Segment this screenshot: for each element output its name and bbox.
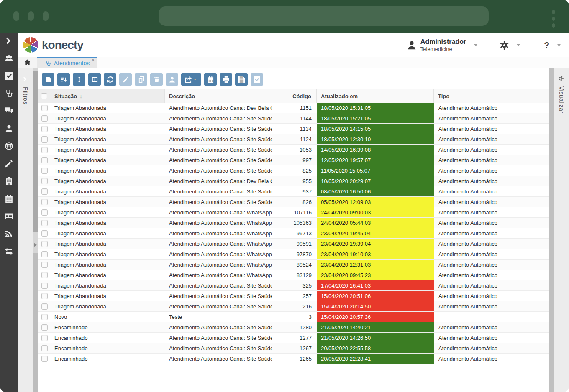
logo[interactable]: konecty xyxy=(23,37,83,53)
scrollbar-thumb[interactable] xyxy=(33,71,38,232)
table-row[interactable]: Triagem AbandonadaAtendimento Automático… xyxy=(38,103,549,113)
save-button[interactable] xyxy=(235,73,248,86)
right-scrollbar[interactable] xyxy=(549,68,554,392)
vertical-scrollbar[interactable] xyxy=(33,68,38,392)
row-checkbox[interactable] xyxy=(38,134,50,144)
tab-home[interactable] xyxy=(18,57,37,68)
settings-caret-icon[interactable] xyxy=(516,43,521,48)
window-controls[interactable] xyxy=(13,11,49,21)
nav-item-calendar[interactable] xyxy=(5,195,13,204)
row-checkbox[interactable] xyxy=(38,176,50,186)
table-row[interactable]: Triagem AbandonadaAtendimento Automático… xyxy=(38,280,549,291)
export-button[interactable] xyxy=(181,73,201,86)
user-menu-caret-icon[interactable] xyxy=(473,43,478,48)
new-button[interactable] xyxy=(42,73,54,86)
select-mode-button[interactable] xyxy=(251,73,263,86)
nav-item-chevron-right[interactable] xyxy=(5,37,13,46)
row-checkbox[interactable] xyxy=(38,291,50,301)
nav-item-user[interactable] xyxy=(5,125,13,134)
user-menu[interactable]: Administrador Telemedicine xyxy=(420,38,466,52)
table-row[interactable]: EncaminhadoAtendimento Automático Canal:… xyxy=(38,343,549,354)
print-button[interactable] xyxy=(220,73,232,86)
row-checkbox[interactable] xyxy=(38,333,50,343)
duplicate-button[interactable] xyxy=(135,73,147,86)
table-row[interactable]: Triagem AbandonadaAtendimento Automático… xyxy=(38,218,549,228)
table-row[interactable]: Triagem AbandonadaAtendimento Automático… xyxy=(38,228,549,239)
row-checkbox[interactable] xyxy=(38,301,50,311)
row-checkbox[interactable] xyxy=(38,113,50,123)
row-checkbox[interactable] xyxy=(38,103,50,113)
columns-button[interactable] xyxy=(88,73,101,86)
scrollbar-track[interactable] xyxy=(33,253,38,392)
row-checkbox[interactable] xyxy=(38,260,50,270)
chevron-right-icon[interactable] xyxy=(23,76,28,82)
nav-item-rss[interactable] xyxy=(5,230,13,239)
nav-item-users[interactable] xyxy=(5,54,13,64)
filters-panel[interactable]: Filtros xyxy=(18,68,33,392)
nav-item-comments[interactable] xyxy=(5,107,13,117)
row-checkbox[interactable] xyxy=(38,312,50,322)
row-checkbox[interactable] xyxy=(38,249,50,259)
panel-expand-arrow-icon[interactable] xyxy=(34,243,37,247)
nav-item-check-square[interactable] xyxy=(5,72,13,81)
window-control-dot[interactable] xyxy=(13,11,19,21)
row-checkbox[interactable] xyxy=(38,322,50,332)
row-checkbox[interactable] xyxy=(38,270,50,280)
row-checkbox[interactable] xyxy=(38,207,50,217)
help-button[interactable]: ? xyxy=(544,40,549,50)
sort-button[interactable] xyxy=(57,73,70,86)
column-header-situacao[interactable]: Situação↓ xyxy=(50,89,165,103)
row-checkbox[interactable] xyxy=(38,354,50,364)
table-row[interactable]: Triagem AbandonadaAtendimento Automático… xyxy=(38,134,549,145)
table-row[interactable]: Triagem AbandonadaAtendimento Automático… xyxy=(38,249,549,260)
address-bar[interactable] xyxy=(159,6,489,26)
edit-button[interactable] xyxy=(119,73,132,86)
row-checkbox[interactable] xyxy=(38,186,50,196)
nav-item-list[interactable] xyxy=(5,212,13,222)
row-checkbox[interactable] xyxy=(38,239,50,249)
assign-user-button[interactable] xyxy=(166,73,178,86)
tab-close-icon[interactable]: ✕ xyxy=(91,58,95,62)
column-header-atualizado[interactable]: Atualizado em xyxy=(317,89,434,103)
refresh-button[interactable] xyxy=(104,73,116,86)
calendar-button[interactable] xyxy=(204,73,217,86)
column-header-codigo[interactable]: Código xyxy=(272,89,317,103)
nav-item-stethoscope[interactable] xyxy=(5,89,13,99)
table-row[interactable]: EncaminhadoAtendimento Automático Canal:… xyxy=(38,354,549,364)
tab-atendimentos[interactable]: Atendimentos ✕ xyxy=(37,57,97,68)
table-row[interactable]: Triagem AbandonadaAtendimento Automático… xyxy=(38,239,549,249)
row-checkbox[interactable] xyxy=(38,280,50,290)
column-header-tipo[interactable]: Tipo xyxy=(434,89,549,103)
gear-icon[interactable] xyxy=(500,41,509,50)
select-all-checkbox[interactable] xyxy=(38,89,50,103)
row-checkbox[interactable] xyxy=(38,343,50,353)
column-header-descricao[interactable]: Descrição xyxy=(165,89,272,103)
table-row[interactable]: Triagem AbandonadaAtendimento Automático… xyxy=(38,197,549,207)
nav-item-pencil[interactable] xyxy=(5,160,13,169)
table-row[interactable]: Triagem AbandonadaAtendimento Automático… xyxy=(38,301,549,312)
table-row[interactable]: EncaminhadoAtendimento Automático Canal:… xyxy=(38,333,549,343)
row-checkbox[interactable] xyxy=(38,228,50,238)
row-checkbox[interactable] xyxy=(38,155,50,165)
row-checkbox[interactable] xyxy=(38,145,50,155)
window-control-dot[interactable] xyxy=(28,11,34,21)
table-row[interactable]: Triagem AbandonadaAtendimento Automático… xyxy=(38,165,549,176)
delete-button[interactable] xyxy=(150,73,163,86)
table-row[interactable]: Triagem AbandonadaAtendimento Automático… xyxy=(38,145,549,155)
nav-item-hospital[interactable] xyxy=(5,177,13,187)
help-caret-icon[interactable] xyxy=(556,43,561,48)
table-row[interactable]: Triagem AbandonadaAtendimento Automático… xyxy=(38,186,549,197)
table-row[interactable]: Triagem AbandonadaAtendimento Automático… xyxy=(38,291,549,301)
table-row[interactable]: Triagem AbandonadaAtendimento Automático… xyxy=(38,124,549,134)
row-height-button[interactable] xyxy=(73,73,85,86)
table-row[interactable]: Triagem AbandonadaAtendimento Automático… xyxy=(38,207,549,218)
window-control-dot[interactable] xyxy=(43,11,49,21)
row-checkbox[interactable] xyxy=(38,197,50,207)
table-row[interactable]: Triagem AbandonadaAtendimento Automático… xyxy=(38,155,549,165)
row-checkbox[interactable] xyxy=(38,218,50,228)
table-row[interactable]: NovoTeste315/04/2020 20:57:36 xyxy=(38,312,549,322)
browser-menu-icon[interactable] xyxy=(552,10,555,28)
table-row[interactable]: Triagem AbandonadaAtendimento Automático… xyxy=(38,270,549,280)
nav-item-exchange[interactable] xyxy=(5,247,13,257)
table-row[interactable]: Triagem AbandonadaAtendimento Automático… xyxy=(38,260,549,270)
